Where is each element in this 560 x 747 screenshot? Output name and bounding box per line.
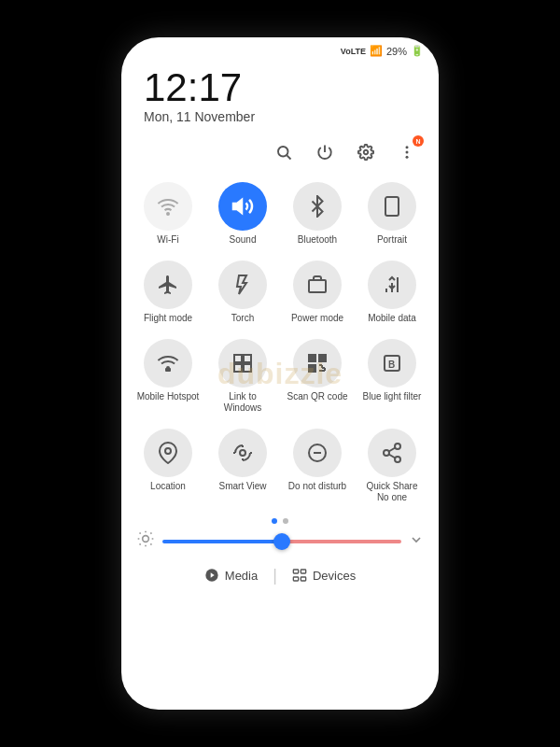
settings-icon[interactable] — [353, 139, 379, 165]
location-label: Location — [150, 481, 186, 492]
svg-point-35 — [384, 450, 389, 456]
tile-wifi[interactable]: Wi-Fi — [133, 176, 203, 251]
svg-point-36 — [395, 457, 400, 462]
page-dot-2[interactable] — [283, 518, 288, 524]
sound-label: Sound — [230, 234, 257, 246]
tile-sound[interactable]: Sound — [207, 176, 278, 251]
tile-torch[interactable]: Torch — [207, 255, 278, 330]
tile-location[interactable]: Location — [133, 423, 203, 509]
svg-line-1 — [287, 155, 290, 159]
svg-rect-50 — [293, 570, 298, 573]
svg-point-30 — [165, 448, 171, 454]
svg-rect-16 — [234, 364, 242, 372]
brightness-slider[interactable] — [162, 533, 401, 550]
svg-rect-20 — [311, 357, 314, 359]
svg-line-45 — [150, 543, 151, 544]
svg-point-31 — [240, 450, 245, 456]
torch-label: Torch — [231, 313, 254, 324]
wifi-icon[interactable] — [144, 182, 192, 231]
scan-qr-label: Scan QR code — [287, 391, 347, 402]
slider-thumb — [273, 533, 290, 550]
svg-rect-10 — [309, 280, 326, 292]
svg-point-0 — [278, 147, 288, 157]
power-mode-label: Power mode — [291, 313, 343, 324]
signal-text: VoLTE — [341, 47, 366, 56]
mobile-data-label: Mobile data — [368, 313, 416, 324]
sound-icon[interactable] — [218, 182, 267, 231]
brightness-icon — [136, 529, 155, 553]
smart-view-icon[interactable] — [218, 429, 267, 477]
svg-line-38 — [389, 448, 396, 452]
hotspot-icon[interactable] — [144, 339, 192, 388]
svg-rect-13 — [234, 355, 242, 362]
svg-rect-12 — [165, 368, 171, 372]
media-label: Media — [225, 569, 258, 583]
hotspot-label: Mobile Hotspot — [137, 391, 200, 402]
svg-point-4 — [406, 151, 409, 154]
link-windows-label: Link to Windows — [209, 391, 276, 414]
svg-line-46 — [140, 543, 141, 544]
svg-line-37 — [389, 455, 396, 458]
bluetooth-label: Bluetooth — [298, 234, 337, 246]
torch-icon[interactable] — [218, 261, 267, 309]
quick-share-icon[interactable] — [368, 429, 416, 477]
svg-line-47 — [150, 533, 151, 534]
svg-marker-7 — [233, 200, 242, 213]
devices-label: Devices — [313, 569, 356, 583]
bluetooth-icon[interactable] — [293, 182, 342, 231]
link-windows-icon[interactable] — [218, 339, 267, 388]
power-mode-icon[interactable] — [293, 261, 342, 309]
more-icon[interactable]: N — [394, 139, 420, 165]
devices-button[interactable]: Devices — [277, 562, 371, 588]
battery-icon: 🔋 — [411, 45, 424, 57]
flight-label: Flight mode — [144, 313, 192, 324]
media-button[interactable]: Media — [189, 562, 273, 588]
quick-actions-bar: N — [121, 135, 439, 173]
location-icon[interactable] — [144, 429, 192, 477]
bottom-bar: Media | Devices — [121, 555, 439, 592]
svg-line-44 — [140, 533, 141, 534]
mobile-data-icon[interactable] — [368, 261, 416, 309]
tile-dnd[interactable]: Do not disturb — [282, 423, 353, 509]
tile-link-windows[interactable]: Link to Windows — [207, 333, 278, 419]
dnd-icon[interactable] — [293, 429, 342, 477]
smart-view-label: Smart View — [219, 481, 267, 492]
svg-point-34 — [395, 444, 400, 449]
phone-frame: dubizzle VoLTE 📶 29% 🔋 12:17 Mon, 11 Nov… — [121, 37, 439, 710]
brightness-row — [121, 528, 439, 555]
power-icon[interactable] — [312, 139, 338, 165]
page-dot-1[interactable] — [272, 518, 277, 524]
tile-bluetooth[interactable]: Bluetooth — [282, 176, 353, 251]
tiles-grid: Wi-Fi Sound Bluetooth — [121, 173, 439, 513]
tile-portrait[interactable]: Portrait — [357, 176, 427, 251]
svg-point-6 — [167, 213, 169, 215]
brightness-expand-icon[interactable] — [409, 532, 424, 551]
tile-bluelight[interactable]: B Blue light filter — [357, 333, 427, 419]
tile-flight[interactable]: Flight mode — [133, 255, 203, 330]
bluelight-icon[interactable]: B — [368, 339, 416, 388]
svg-point-39 — [143, 536, 149, 543]
svg-rect-21 — [321, 357, 324, 359]
svg-rect-52 — [293, 577, 298, 581]
tile-power-mode[interactable]: Power mode — [282, 255, 353, 330]
status-bar: VoLTE 📶 29% 🔋 — [121, 37, 439, 61]
bluelight-label: Blue light filter — [363, 391, 422, 402]
notif-badge: N — [413, 135, 424, 147]
tile-smart-view[interactable]: Smart View — [207, 423, 278, 509]
tile-quick-share[interactable]: Quick ShareNo one — [357, 423, 427, 509]
svg-rect-22 — [311, 367, 314, 370]
portrait-icon[interactable] — [368, 182, 416, 231]
flight-icon[interactable] — [144, 261, 192, 309]
search-icon[interactable] — [271, 139, 297, 165]
quick-share-label: Quick ShareNo one — [366, 481, 417, 503]
svg-text:B: B — [388, 359, 395, 370]
wifi-label: Wi-Fi — [157, 234, 178, 246]
scan-qr-icon[interactable] — [293, 339, 342, 388]
clock-section: 12:17 Mon, 11 November — [121, 61, 439, 135]
tile-mobile-data[interactable]: Mobile data — [357, 255, 427, 330]
tile-hotspot[interactable]: Mobile Hotspot — [133, 333, 203, 419]
svg-rect-15 — [244, 364, 251, 372]
svg-point-2 — [364, 150, 369, 155]
tile-scan-qr[interactable]: Scan QR code — [282, 333, 353, 419]
svg-rect-51 — [301, 570, 305, 573]
